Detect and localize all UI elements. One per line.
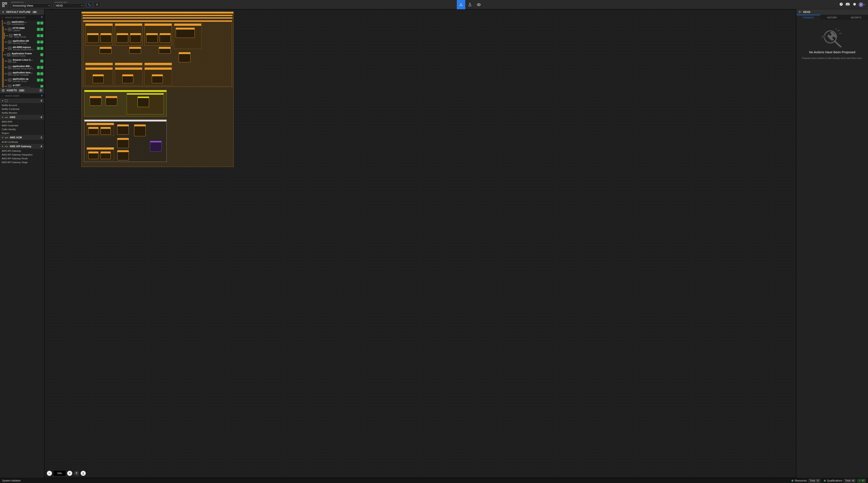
tab-changes[interactable]: CHANGES: [797, 15, 820, 20]
asset-group-header[interactable]: ▾awsAWS ACM1: [0, 135, 44, 140]
hexagon-check-icon: ⬢: [824, 479, 826, 482]
tab-history[interactable]: HISTORY: [820, 15, 844, 20]
asset-item[interactable]: Region: [0, 131, 44, 135]
qualifications-stat[interactable]: ⬢ Qualifications Total: 40 ✓ 40: [824, 479, 866, 483]
workspace-label: WORKSPACE:: [11, 1, 51, 3]
outline-item-name: application-…: [11, 21, 37, 23]
asset-group-header[interactable]: ▾awsAWS4: [0, 115, 44, 120]
outline-panel-header: DEFAULT OUTLINE 40: [0, 9, 44, 15]
outline-item-type: Security Group: [13, 42, 37, 44]
assets-panel-header: ASSETS 135 ?: [0, 88, 44, 93]
check-icon: ✓: [37, 47, 40, 50]
outline-item[interactable]: awssi-1537AutoScaling Group✓: [0, 83, 44, 88]
outline-item[interactable]: awsApplication FrameGeneric Frame✓: [0, 52, 44, 58]
assets-search-input[interactable]: [4, 94, 39, 97]
outline-icon: [2, 10, 5, 13]
help-icon[interactable]: ?: [839, 2, 843, 7]
asset-item[interactable]: AWS API Gateway Route: [0, 157, 44, 160]
user-menu[interactable]: P ▾: [859, 2, 865, 7]
check-icon: ✓: [37, 28, 40, 31]
help-icon[interactable]: ?: [39, 89, 42, 92]
asset-group-header[interactable]: ▾3: [0, 98, 44, 103]
filter-icon[interactable]: [39, 93, 44, 98]
outline-item[interactable]: awsapplication-808…Security Group Rule (…: [0, 64, 44, 70]
outline-item-type: Security Group: [13, 80, 37, 82]
outline-item[interactable]: awsAmazon Linux 2…AMI✓: [0, 58, 44, 64]
mode-model-button[interactable]: [457, 0, 465, 9]
svg-line-16: [834, 41, 841, 47]
outline-item[interactable]: awsapplication-albSecurity Group✓✓: [0, 39, 44, 45]
asset-item[interactable]: AWS API Gateway: [0, 149, 44, 153]
app-logo[interactable]: [0, 0, 9, 9]
changeset-dropdown[interactable]: HEAD ▾: [54, 3, 84, 8]
aws-badge: aws: [4, 66, 7, 68]
outline-item[interactable]: awsHTTP:8080Listener✓✓: [0, 26, 44, 33]
discord-icon[interactable]: [846, 2, 850, 7]
assets-title: ASSETS: [6, 89, 17, 92]
resources-stat[interactable]: ⬢ Resources Total: 33: [791, 479, 821, 483]
aws-badge: aws: [4, 85, 7, 87]
empty-state-icon: [821, 28, 844, 47]
svg-rect-11: [8, 54, 9, 56]
asset-item[interactable]: AWS ARN: [0, 120, 44, 124]
asset-item[interactable]: Netlify Member: [0, 111, 44, 115]
empty-state-title: No Actions Have Been Proposed: [809, 50, 855, 54]
zoom-out-button[interactable]: −: [47, 471, 52, 476]
check-icon: ✓: [40, 60, 43, 63]
workspace-dropdown[interactable]: Announcing Views ▾: [11, 3, 51, 8]
svg-rect-20: [822, 35, 825, 38]
frame-icon: [5, 99, 7, 102]
component-type-icon: [9, 34, 12, 37]
delete-changeset-button[interactable]: [94, 2, 100, 7]
check-icon: ✓: [40, 79, 43, 82]
outline-item-name: app-tg: [14, 33, 37, 36]
settings-icon[interactable]: [852, 2, 856, 7]
outline-item-type: Security Group Rule (…: [13, 67, 37, 70]
check-icon: ✓: [37, 66, 40, 69]
avatar: P: [859, 2, 863, 7]
outline-item[interactable]: awsalb-8080-ingressSecurity Group Rule (…: [0, 45, 44, 52]
outline-item-type: Loadbalancer: [11, 23, 37, 25]
outline-item-type: Security Group Rule (…: [13, 49, 37, 51]
asset-item[interactable]: ACM Certificate: [0, 140, 44, 144]
outline-item[interactable]: awsapplication-laun…Launch Template✓✓: [0, 70, 44, 77]
check-icon: ✓: [40, 28, 43, 31]
asset-group-name: AWS ACM: [10, 136, 22, 139]
download-button[interactable]: [81, 471, 86, 476]
check-icon: ✓: [40, 47, 43, 50]
tab-secrets[interactable]: SECRETS: [844, 15, 868, 20]
qualifications-label: Qualifications: [827, 479, 842, 482]
asset-item[interactable]: Netlify Credential: [0, 107, 44, 111]
check-icon: ✓: [37, 40, 40, 43]
chevron-down-icon: ▾: [2, 137, 3, 139]
component-type-icon: [8, 47, 11, 50]
outline-item[interactable]: awsapplication-sgSecurity Group✓✓: [0, 77, 44, 83]
create-changeset-button[interactable]: [86, 2, 93, 7]
aws-badge: aws: [5, 145, 8, 148]
asset-item[interactable]: Caller Identity: [0, 127, 44, 131]
asset-item[interactable]: AWS API Gateway Integration: [0, 153, 44, 157]
check-icon: ✓: [40, 85, 43, 88]
outline-item[interactable]: awsapp-tgTarget Group✓✓: [0, 33, 44, 39]
branch-icon: [799, 10, 802, 13]
outline-item[interactable]: awsapplication-…Loadbalancer✓✓: [0, 20, 44, 26]
outline-item-name: application-sg: [13, 78, 37, 80]
outline-count: 40: [32, 11, 37, 13]
workspace-value: Announcing Views: [12, 4, 33, 7]
component-type-icon: [8, 59, 11, 63]
mode-view-button[interactable]: [474, 0, 483, 9]
filter-icon[interactable]: [39, 15, 44, 20]
check-icon: ✓: [37, 72, 40, 75]
asset-item[interactable]: AWS Credential: [0, 124, 44, 127]
check-icon: ✓: [40, 66, 43, 69]
canvas-help-button[interactable]: ?: [74, 471, 79, 476]
zoom-in-button[interactable]: +: [67, 471, 72, 476]
mode-lab-button[interactable]: [466, 0, 474, 9]
asset-item[interactable]: AWS API Gateway Stage: [0, 160, 44, 164]
component-type-icon: [8, 72, 11, 76]
canvas-area[interactable]: − 33% + ?: [44, 9, 796, 478]
outline-item-name: application-laun…: [13, 71, 37, 74]
asset-group-header[interactable]: ▾awsAWS API Gateway4: [0, 144, 44, 149]
outline-search-input[interactable]: [4, 16, 39, 19]
asset-item[interactable]: Netlify Account: [0, 103, 44, 107]
